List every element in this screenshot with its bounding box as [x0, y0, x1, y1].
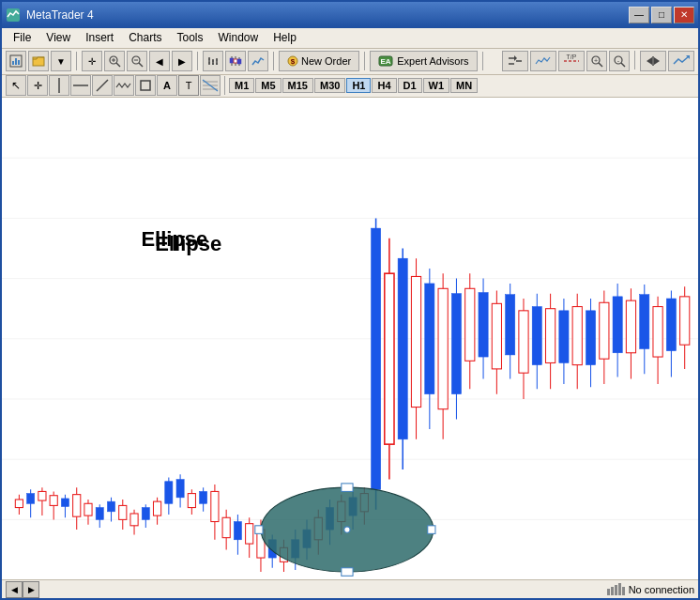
crosshair-btn[interactable]: ✛: [82, 51, 102, 71]
menu-charts[interactable]: Charts: [121, 29, 169, 46]
svg-rect-71: [50, 495, 57, 505]
scroll-left-btn[interactable]: ◀: [149, 51, 170, 71]
svg-marker-46: [654, 57, 660, 65]
candle-btn[interactable]: [225, 51, 246, 71]
svg-rect-27: [237, 59, 241, 64]
svg-rect-147: [506, 294, 515, 354]
menu-tools[interactable]: Tools: [170, 29, 211, 46]
title-bar: MetaTrader 4 — □ ✕: [2, 2, 698, 28]
menu-help[interactable]: Help: [266, 29, 304, 46]
scroll-right-status[interactable]: ▶: [23, 581, 39, 598]
trade-levels-btn[interactable]: T/P: [558, 51, 585, 71]
svg-text:T/P: T/P: [567, 54, 577, 60]
bar-chart-btn[interactable]: [203, 51, 223, 71]
scroll-chart-btn[interactable]: [640, 51, 666, 71]
svg-rect-79: [96, 507, 103, 519]
auto-scroll-btn[interactable]: [668, 51, 694, 71]
svg-rect-73: [61, 498, 68, 506]
tf-d1[interactable]: D1: [398, 78, 422, 93]
line-chart-btn[interactable]: [248, 51, 268, 71]
new-chart-btn[interactable]: [6, 51, 26, 71]
svg-marker-35: [514, 55, 517, 61]
toolbar-drawing: ↖ ✛ A T M1: [2, 75, 698, 98]
separator-tf: [224, 76, 225, 95]
tf-h1[interactable]: H1: [346, 78, 371, 93]
svg-rect-143: [479, 292, 488, 356]
svg-rect-81: [107, 501, 114, 512]
menu-window[interactable]: Window: [211, 29, 266, 46]
zoom-out-btn[interactable]: [127, 51, 147, 71]
tf-mn[interactable]: MN: [450, 78, 478, 93]
tick-btn[interactable]: [530, 51, 556, 71]
svg-rect-165: [626, 300, 635, 353]
scroll-left-status[interactable]: ◀: [6, 581, 23, 598]
svg-rect-163: [613, 296, 622, 352]
separator-3: [273, 52, 274, 70]
svg-rect-169: [653, 306, 662, 356]
tf-m15[interactable]: M15: [282, 78, 313, 93]
diagonal-line-tool[interactable]: [92, 75, 113, 96]
rect-tool[interactable]: [135, 75, 156, 96]
svg-rect-85: [130, 513, 138, 525]
zoom-in-btn[interactable]: [104, 51, 125, 71]
svg-rect-155: [559, 310, 569, 362]
toolbar-main: ▼ ✛ ◀ ▶: [2, 49, 698, 75]
tf-m1[interactable]: M1: [229, 78, 254, 93]
wave-tool[interactable]: [114, 75, 134, 96]
menu-file[interactable]: File: [6, 29, 38, 46]
horizontal-line-tool[interactable]: [70, 75, 91, 96]
scroll-right-btn[interactable]: ▶: [172, 51, 192, 71]
svg-rect-135: [425, 283, 434, 393]
tf-m5[interactable]: M5: [255, 78, 281, 93]
svg-text:-: -: [617, 57, 620, 64]
svg-rect-91: [165, 481, 173, 503]
status-bar: ◀ ▶ No connection: [2, 579, 698, 598]
svg-rect-173: [680, 296, 690, 344]
svg-rect-177: [428, 525, 435, 533]
svg-rect-87: [142, 507, 149, 519]
svg-rect-141: [465, 288, 475, 361]
svg-rect-159: [586, 310, 595, 364]
dropdown-arrow[interactable]: ▼: [51, 51, 71, 71]
separator-2: [197, 52, 198, 70]
connection-icon: [606, 583, 625, 596]
text-label-tool[interactable]: T: [178, 75, 199, 96]
minimize-button[interactable]: —: [629, 7, 649, 23]
tf-m30[interactable]: M30: [314, 78, 345, 93]
svg-rect-157: [572, 306, 582, 364]
tf-w1[interactable]: W1: [423, 78, 450, 93]
svg-rect-145: [492, 303, 501, 369]
svg-rect-51: [141, 81, 150, 90]
svg-rect-131: [398, 258, 407, 439]
cursor-tool[interactable]: ↖: [6, 75, 26, 96]
separator-1: [76, 52, 77, 70]
menu-view[interactable]: View: [38, 29, 78, 46]
svg-rect-75: [73, 494, 81, 516]
svg-rect-183: [618, 583, 621, 595]
fib-tool[interactable]: [200, 75, 221, 96]
svg-rect-5: [33, 57, 44, 66]
app-icon: [6, 8, 21, 23]
text-tool[interactable]: A: [157, 75, 177, 96]
new-order-button[interactable]: $ New Order: [279, 51, 359, 71]
expert-advisors-button[interactable]: EA Expert Advisors: [370, 51, 477, 71]
depth-btn[interactable]: [502, 51, 528, 71]
svg-rect-182: [615, 585, 617, 595]
open-btn[interactable]: [28, 51, 49, 71]
vertical-line-tool[interactable]: [49, 75, 69, 96]
zoom-chart-btn[interactable]: +: [586, 51, 607, 71]
svg-rect-149: [519, 310, 528, 372]
window-controls: — □ ✕: [629, 7, 694, 23]
separator-4: [364, 52, 365, 70]
chart-area[interactable]: Ellipse: [2, 98, 698, 580]
close-button[interactable]: ✕: [674, 7, 694, 23]
maximize-button[interactable]: □: [651, 7, 672, 23]
menu-insert[interactable]: Insert: [78, 29, 121, 46]
svg-rect-184: [622, 587, 625, 595]
zoom-out2-btn[interactable]: -: [609, 51, 630, 71]
crosshair-tool[interactable]: ✛: [27, 75, 48, 96]
svg-rect-137: [438, 288, 448, 408]
tf-h4[interactable]: H4: [372, 78, 396, 93]
svg-rect-23: [230, 58, 234, 63]
svg-rect-180: [607, 589, 610, 595]
